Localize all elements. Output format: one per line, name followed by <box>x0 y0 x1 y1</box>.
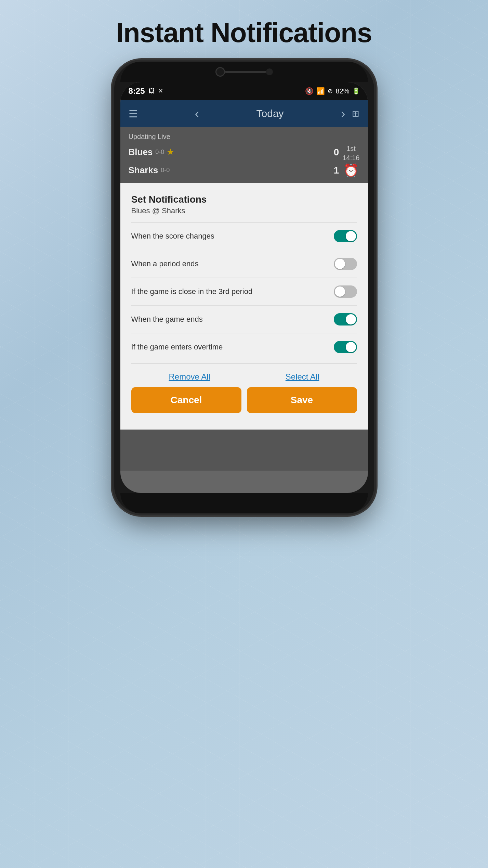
notification-label-3: When the game ends <box>131 315 203 324</box>
phone-notch <box>120 62 368 82</box>
status-left: 8:25 🖼 ✕ <box>129 86 163 96</box>
alarm-icon[interactable]: ⏰ <box>343 163 359 178</box>
phone-screen: 8:25 🖼 ✕ 🔇 📶 ⊘ 82% 🔋 ☰ ‹ Today › ⊞ <box>120 82 368 493</box>
team2-score: 1 <box>329 165 339 176</box>
battery-percent: 82% <box>335 87 349 95</box>
phone-device: 8:25 🖼 ✕ 🔇 📶 ⊘ 82% 🔋 ☰ ‹ Today › ⊞ <box>114 62 374 513</box>
dialog-buttons: Cancel Save <box>131 387 357 419</box>
header-right-icons: › ⊞ <box>341 106 360 121</box>
toggle-period-ends[interactable] <box>334 258 357 270</box>
phone-bottom-bar <box>120 493 368 513</box>
close-icon: ✕ <box>158 87 163 95</box>
game-row: Blues 0-0 ★ 0 1st 14:16 ⏰ Sharks 0-0 1 <box>129 145 360 178</box>
toggle-game-ends[interactable] <box>334 313 357 326</box>
app-header: ☰ ‹ Today › ⊞ <box>120 100 368 127</box>
dialog-action-links: Remove All Select All <box>131 364 357 387</box>
camera-dot <box>215 67 225 77</box>
team2-name: Sharks 0-0 <box>129 165 326 176</box>
notification-row: If the game is close in the 3rd period <box>131 278 357 306</box>
menu-icon[interactable]: ☰ <box>129 108 138 120</box>
notification-label-1: When a period ends <box>131 259 199 268</box>
select-all-link[interactable]: Select All <box>286 372 319 382</box>
toggle-close-game[interactable] <box>334 285 357 298</box>
team1-name: Blues 0-0 ★ <box>129 147 326 157</box>
settings-icon[interactable]: ⊞ <box>352 108 359 119</box>
notification-row: When a period ends <box>131 250 357 278</box>
battery-icon: 🔋 <box>352 87 360 95</box>
notification-label-4: If the game enters overtime <box>131 343 223 352</box>
forward-icon[interactable]: › <box>341 106 345 121</box>
game-time: 14:16 <box>342 154 359 162</box>
notification-label-0: When the score changes <box>131 232 214 241</box>
status-right: 🔇 📶 ⊘ 82% 🔋 <box>305 87 359 95</box>
notifications-dialog: Set Notifications Blues @ Sharks When th… <box>120 183 368 430</box>
updating-live-label: Updating Live <box>129 133 360 141</box>
status-time: 8:25 <box>129 86 145 96</box>
team1-score: 0 <box>329 147 339 158</box>
period-label: 1st <box>346 145 356 153</box>
below-dialog-area <box>120 430 368 471</box>
remove-all-link[interactable]: Remove All <box>169 372 210 382</box>
toggle-overtime[interactable] <box>334 341 357 353</box>
dialog-title: Set Notifications <box>131 194 357 205</box>
speaker <box>225 71 266 73</box>
toggle-score-changes[interactable] <box>334 230 357 242</box>
photo-icon: 🖼 <box>148 88 155 95</box>
favorite-star-icon: ★ <box>167 148 174 157</box>
game-info: 1st 14:16 ⏰ <box>342 145 359 178</box>
notification-label-2: If the game is close in the 3rd period <box>131 287 253 296</box>
back-icon[interactable]: ‹ <box>195 106 199 121</box>
wifi-icon: 📶 <box>316 87 325 95</box>
status-bar: 8:25 🖼 ✕ 🔇 📶 ⊘ 82% 🔋 <box>120 82 368 100</box>
save-button[interactable]: Save <box>247 387 357 413</box>
notification-row: When the score changes <box>131 222 357 250</box>
blocked-icon: ⊘ <box>328 87 333 95</box>
notification-row: When the game ends <box>131 306 357 333</box>
header-title: Today <box>256 108 284 119</box>
notification-row: If the game enters overtime <box>131 333 357 361</box>
dialog-subtitle: Blues @ Sharks <box>131 206 357 215</box>
sensor-dot <box>266 68 273 75</box>
mute-icon: 🔇 <box>305 87 314 95</box>
page-title: Instant Notifications <box>0 17 488 49</box>
game-area: Updating Live Blues 0-0 ★ 0 1st 14:16 ⏰ … <box>120 127 368 183</box>
cancel-button[interactable]: Cancel <box>131 387 241 413</box>
